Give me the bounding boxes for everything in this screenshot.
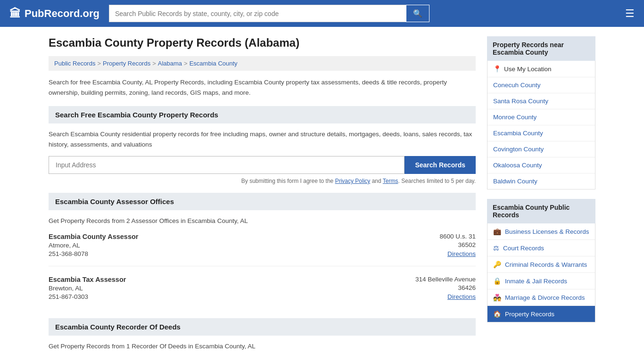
sidebar: Property Records near Escambia County 📍 … bbox=[487, 36, 595, 358]
sidebar-item-monroe[interactable]: Monroe County bbox=[487, 109, 595, 125]
court-icon: ⚖ bbox=[493, 244, 499, 252]
nearby-item-label: Use My Location bbox=[504, 66, 552, 73]
site-logo[interactable]: 🏛 PubRecord.org bbox=[9, 7, 99, 20]
nearby-item-label: Escambia County bbox=[493, 130, 543, 137]
address-input[interactable] bbox=[49, 156, 405, 174]
logo-icon: 🏛 bbox=[9, 7, 21, 20]
criminal-icon: 🔑 bbox=[493, 261, 501, 268]
record-item-label: Marriage & Divorce Records bbox=[505, 294, 585, 301]
nearby-item-label: Conecuh County bbox=[493, 82, 541, 89]
office-address: 314 Belleville Avenue bbox=[415, 276, 476, 283]
office-zip: 36502 bbox=[439, 241, 476, 248]
recorder-section-header: Escambia County Recorder Of Deeds bbox=[49, 318, 476, 336]
sidebar-item-criminal-records[interactable]: 🔑 Criminal Records & Warrants bbox=[487, 256, 595, 273]
inmate-icon: 🔒 bbox=[493, 277, 501, 285]
office-entry: Escambia County Assessor Atmore, AL 251-… bbox=[49, 233, 476, 266]
breadcrumb-sep-2: > bbox=[152, 60, 156, 67]
directions-link[interactable]: Directions bbox=[447, 250, 476, 257]
address-search-form: Search Records bbox=[49, 156, 476, 174]
office-city: Brewton, AL bbox=[49, 285, 126, 292]
sidebar-item-conecuh[interactable]: Conecuh County bbox=[487, 77, 595, 93]
form-disclaimer: By submitting this form I agree to the P… bbox=[49, 178, 476, 184]
sidebar-item-escambia[interactable]: Escambia County bbox=[487, 125, 595, 141]
property-icon: 🏠 bbox=[493, 310, 501, 318]
header-search-wrap: 🔍 bbox=[109, 5, 429, 22]
assessor-section-header: Escambia County Assessor Offices bbox=[49, 193, 476, 210]
location-icon: 📍 bbox=[493, 65, 501, 73]
intro-text: Search for free Escambia County, AL Prop… bbox=[49, 77, 476, 98]
public-records-section: Escambia County Public Records 💼 Busines… bbox=[487, 199, 595, 322]
office-zip: 36426 bbox=[415, 284, 476, 291]
page-wrap: Escambia County Property Records (Alabam… bbox=[39, 27, 605, 362]
search-section-desc: Search Escambia County residential prope… bbox=[49, 129, 476, 149]
nearby-title: Property Records near Escambia County bbox=[487, 36, 595, 61]
directions-link[interactable]: Directions bbox=[447, 293, 476, 300]
breadcrumb-alabama[interactable]: Alabama bbox=[158, 60, 182, 67]
use-my-location-item[interactable]: 📍 Use My Location bbox=[487, 61, 595, 77]
office-right: 8600 U.s. 31 36502 Directions bbox=[439, 233, 476, 257]
record-item-label: Business Licenses & Records bbox=[505, 228, 589, 235]
main-content: Escambia County Property Records (Alabam… bbox=[49, 36, 476, 358]
public-records-title: Escambia County Public Records bbox=[487, 199, 595, 223]
sidebar-item-okaloosa[interactable]: Okaloosa County bbox=[487, 157, 595, 173]
recorder-section-desc: Get Property Records from 1 Recorder Of … bbox=[49, 341, 476, 352]
nearby-list: 📍 Use My Location Conecuh County Santa R… bbox=[487, 61, 595, 189]
header-search-input[interactable] bbox=[109, 5, 406, 22]
record-item-label: Court Records bbox=[503, 245, 544, 252]
office-left: Escambia County Assessor Atmore, AL 251-… bbox=[49, 233, 138, 257]
record-item-label: Criminal Records & Warrants bbox=[505, 261, 587, 268]
privacy-policy-link[interactable]: Privacy Policy bbox=[335, 178, 371, 184]
nearby-item-label: Santa Rosa County bbox=[493, 98, 548, 105]
nearby-item-label: Covington County bbox=[493, 146, 544, 153]
office-right: 314 Belleville Avenue 36426 Directions bbox=[415, 276, 476, 300]
assessor-section-desc: Get Property Records from 2 Assessor Off… bbox=[49, 216, 476, 226]
office-city: Atmore, AL bbox=[49, 242, 138, 249]
sidebar-item-inmate-records[interactable]: 🔒 Inmate & Jail Records bbox=[487, 273, 595, 289]
nearby-item-label: Okaloosa County bbox=[493, 162, 542, 169]
logo-text: PubRecord.org bbox=[25, 8, 99, 20]
sidebar-item-business-licenses[interactable]: 💼 Business Licenses & Records bbox=[487, 223, 595, 240]
site-header: 🏛 PubRecord.org 🔍 ☰ bbox=[0, 0, 644, 27]
nearby-item-label: Monroe County bbox=[493, 114, 537, 121]
nearby-item-label: Baldwin County bbox=[493, 178, 537, 185]
office-left: Escambia Tax Assessor Brewton, AL 251-86… bbox=[49, 276, 126, 300]
sidebar-item-santa-rosa[interactable]: Santa Rosa County bbox=[487, 93, 595, 109]
assessor-offices: Escambia County Assessor Atmore, AL 251-… bbox=[49, 233, 476, 309]
sidebar-item-baldwin[interactable]: Baldwin County bbox=[487, 173, 595, 189]
header-search-button[interactable]: 🔍 bbox=[406, 5, 429, 22]
sidebar-item-marriage-records[interactable]: 💑 Marriage & Divorce Records bbox=[487, 289, 595, 306]
breadcrumb-sep-1: > bbox=[97, 60, 101, 67]
record-item-label: Inmate & Jail Records bbox=[505, 278, 567, 285]
hamburger-button[interactable]: ☰ bbox=[625, 8, 635, 20]
office-name: Escambia County Assessor bbox=[49, 233, 138, 240]
sidebar-item-covington[interactable]: Covington County bbox=[487, 141, 595, 157]
public-records-list: 💼 Business Licenses & Records ⚖ Court Re… bbox=[487, 223, 595, 322]
recorder-section: Escambia County Recorder Of Deeds Get Pr… bbox=[49, 318, 476, 352]
sidebar-item-property-records[interactable]: 🏠 Property Records bbox=[487, 306, 595, 322]
breadcrumb-escambia-county[interactable]: Escambia County bbox=[190, 60, 238, 67]
nearby-section: Property Records near Escambia County 📍 … bbox=[487, 36, 595, 189]
office-entry: Escambia Tax Assessor Brewton, AL 251-86… bbox=[49, 276, 476, 309]
office-address: 8600 U.s. 31 bbox=[439, 233, 476, 240]
page-title: Escambia County Property Records (Alabam… bbox=[49, 36, 476, 49]
record-item-label: Property Records bbox=[505, 311, 554, 318]
breadcrumb-sep-3: > bbox=[184, 60, 188, 67]
business-icon: 💼 bbox=[493, 228, 501, 235]
header-search-icon: 🔍 bbox=[413, 9, 422, 17]
breadcrumb: Public Records > Property Records > Alab… bbox=[49, 56, 476, 71]
search-section-header: Search Free Escambia County Property Rec… bbox=[49, 106, 476, 123]
search-records-button[interactable]: Search Records bbox=[405, 156, 476, 174]
hamburger-icon: ☰ bbox=[625, 8, 635, 19]
office-name: Escambia Tax Assessor bbox=[49, 276, 126, 283]
marriage-icon: 💑 bbox=[493, 294, 501, 301]
breadcrumb-public-records[interactable]: Public Records bbox=[54, 60, 95, 67]
office-phone: 251-368-8078 bbox=[49, 250, 138, 257]
breadcrumb-property-records[interactable]: Property Records bbox=[103, 60, 150, 67]
sidebar-item-court-records[interactable]: ⚖ Court Records bbox=[487, 240, 595, 256]
office-phone: 251-867-0303 bbox=[49, 293, 126, 300]
terms-link[interactable]: Terms bbox=[383, 178, 398, 184]
